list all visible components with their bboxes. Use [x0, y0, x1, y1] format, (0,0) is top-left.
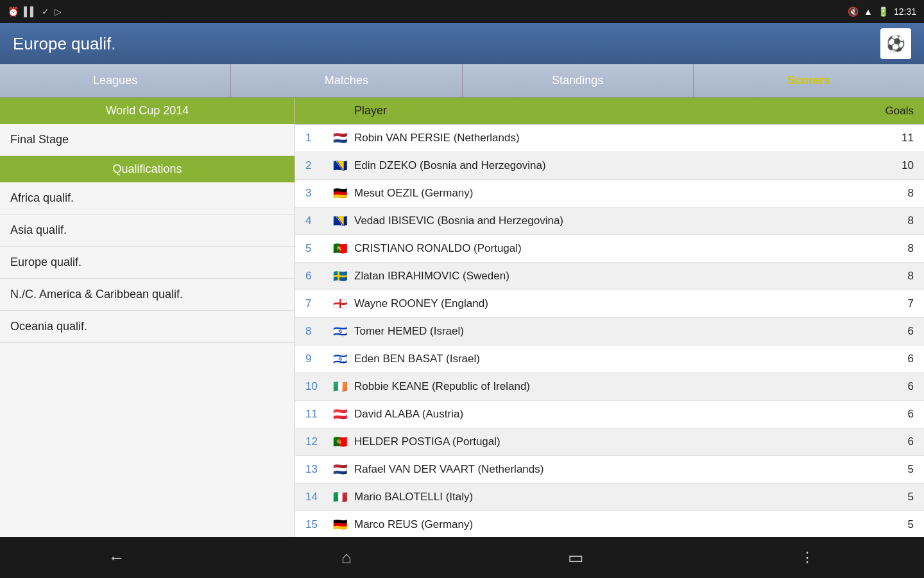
section-header-qualifications: Qualifications — [0, 156, 295, 182]
recent-button[interactable]: ▭ — [555, 543, 597, 573]
goals-cell: 5 — [875, 518, 914, 531]
goals-cell: 8 — [875, 215, 914, 227]
flag-icon: 🇮🇱 — [329, 352, 352, 366]
battery-icon: 🔋 — [878, 6, 889, 17]
table-row[interactable]: 15 🇩🇪 Marco REUS (Germany) 5 — [295, 511, 924, 537]
flag-icon: 🇦🇹 — [329, 407, 352, 421]
goals-cell: 6 — [875, 325, 914, 338]
home-button[interactable]: ⌂ — [329, 543, 364, 573]
flag-icon: 🇵🇹 — [329, 435, 352, 449]
rank-cell: 8 — [305, 325, 329, 338]
section-header-worldcup: World Cup 2014 — [0, 98, 295, 124]
flag-icon: 🇸🇪 — [329, 269, 352, 283]
flag-icon: 🏴󠁧󠁢󠁥󠁮󠁧󠁿 — [329, 297, 352, 311]
table-row[interactable]: 9 🇮🇱 Eden BEN BASAT (Israel) 6 — [295, 346, 924, 373]
flag-icon: 🇧🇦 — [329, 159, 352, 173]
tab-leagues[interactable]: Leagues — [0, 64, 231, 97]
rank-cell: 15 — [305, 518, 329, 531]
flag-icon: 🇮🇹 — [329, 490, 352, 504]
rank-cell: 10 — [305, 380, 329, 393]
flag-icon: 🇳🇱 — [329, 131, 352, 145]
logo-icon: ⚽ — [886, 35, 905, 53]
goals-cell: 6 — [875, 435, 914, 448]
goals-cell: 6 — [875, 380, 914, 393]
rank-cell: 1 — [305, 132, 329, 144]
table-row[interactable]: 4 🇧🇦 Vedad IBISEVIC (Bosnia and Herzegov… — [295, 207, 924, 235]
play-icon: ▷ — [55, 6, 62, 17]
status-bar: ⏰ ▌▌ ✓ ▷ 🔇 ▲ 🔋 12:31 — [0, 0, 924, 23]
sidebar-item-asia[interactable]: Asia qualif. — [0, 215, 295, 247]
goals-cell: 6 — [875, 408, 914, 421]
rank-cell: 6 — [305, 270, 329, 283]
player-name: Rafael VAN DER VAART (Netherlands) — [352, 463, 875, 476]
sidebar-item-africa[interactable]: Africa qualif. — [0, 182, 295, 215]
table-row[interactable]: 14 🇮🇹 Mario BALOTELLI (Italy) 5 — [295, 484, 924, 511]
goals-cell: 5 — [875, 463, 914, 476]
table-row[interactable]: 6 🇸🇪 Zlatan IBRAHIMOVIC (Sweden) 8 — [295, 263, 924, 290]
rank-cell: 4 — [305, 215, 329, 227]
player-name: Robin VAN PERSIE (Netherlands) — [352, 132, 875, 144]
goals-cell: 5 — [875, 491, 914, 504]
goals-cell: 7 — [875, 297, 914, 310]
goals-cell: 8 — [875, 187, 914, 200]
main-content: World Cup 2014 Final Stage Qualification… — [0, 98, 924, 537]
rank-cell: 11 — [305, 408, 329, 421]
alarm-icon: ⏰ — [8, 6, 19, 17]
player-name: Edin DZEKO (Bosnia and Herzegovina) — [352, 159, 875, 172]
table-row[interactable]: 12 🇵🇹 HELDER POSTIGA (Portugal) 6 — [295, 428, 924, 456]
rank-cell: 5 — [305, 242, 329, 255]
sidebar-item-final-stage[interactable]: Final Stage — [0, 124, 295, 156]
mute-icon: 🔇 — [848, 6, 859, 17]
sidebar-item-europe[interactable]: Europe qualif. — [0, 247, 295, 279]
table-row[interactable]: 11 🇦🇹 David ALABA (Austria) 6 — [295, 401, 924, 428]
player-name: Tomer HEMED (Israel) — [352, 325, 875, 338]
table-row[interactable]: 8 🇮🇱 Tomer HEMED (Israel) 6 — [295, 318, 924, 346]
bars-icon: ▌▌ — [24, 6, 37, 17]
column-goals-header: Goals — [862, 105, 914, 118]
goals-cell: 10 — [875, 159, 914, 172]
player-name: Mario BALOTELLI (Italy) — [352, 491, 875, 504]
flag-icon: 🇮🇱 — [329, 324, 352, 338]
flag-icon: 🇵🇹 — [329, 241, 352, 256]
player-name: Mesut OEZIL (Germany) — [352, 187, 875, 200]
table-row[interactable]: 3 🇩🇪 Mesut OEZIL (Germany) 8 — [295, 180, 924, 207]
table-row[interactable]: 10 🇮🇪 Robbie KEANE (Republic of Ireland)… — [295, 373, 924, 401]
flag-icon: 🇧🇦 — [329, 214, 352, 228]
tab-scorers[interactable]: Scorers — [694, 64, 924, 97]
rank-cell: 13 — [305, 463, 329, 476]
player-name: Zlatan IBRAHIMOVIC (Sweden) — [352, 270, 875, 283]
flag-icon: 🇩🇪 — [329, 518, 352, 532]
table-row[interactable]: 13 🇳🇱 Rafael VAN DER VAART (Netherlands)… — [295, 456, 924, 484]
scorers-panel: Player Goals 1 🇳🇱 Robin VAN PERSIE (Neth… — [295, 98, 924, 537]
goals-cell: 8 — [875, 270, 914, 283]
scorers-list: 1 🇳🇱 Robin VAN PERSIE (Netherlands) 11 2… — [295, 125, 924, 537]
goals-cell: 6 — [875, 353, 914, 365]
sidebar-item-ncamerica[interactable]: N./C. America & Caribbean qualif. — [0, 279, 295, 311]
rank-cell: 14 — [305, 491, 329, 504]
tab-standings[interactable]: Standings — [463, 64, 694, 97]
flag-icon: 🇳🇱 — [329, 462, 352, 477]
status-right-icons: 🔇 ▲ 🔋 12:31 — [848, 6, 916, 17]
back-button[interactable]: ← — [96, 543, 138, 573]
flag-icon: 🇮🇪 — [329, 380, 352, 394]
wifi-icon: ▲ — [864, 6, 873, 17]
player-name: HELDER POSTIGA (Portugal) — [352, 435, 875, 448]
flag-icon: 🇩🇪 — [329, 186, 352, 200]
sidebar: World Cup 2014 Final Stage Qualification… — [0, 98, 295, 537]
table-row[interactable]: 1 🇳🇱 Robin VAN PERSIE (Netherlands) 11 — [295, 125, 924, 152]
tab-matches[interactable]: Matches — [231, 64, 462, 97]
more-button[interactable]: ⋮ — [787, 544, 828, 571]
player-name: Robbie KEANE (Republic of Ireland) — [352, 380, 875, 393]
app-logo: ⚽ — [880, 28, 911, 59]
goals-cell: 11 — [875, 132, 914, 144]
player-name: David ALABA (Austria) — [352, 408, 875, 421]
table-row[interactable]: 7 🏴󠁧󠁢󠁥󠁮󠁧󠁿 Wayne ROONEY (England) 7 — [295, 290, 924, 318]
player-name: Wayne ROONEY (England) — [352, 297, 875, 310]
rank-cell: 12 — [305, 435, 329, 448]
player-name: Eden BEN BASAT (Israel) — [352, 353, 875, 365]
table-row[interactable]: 5 🇵🇹 CRISTIANO RONALDO (Portugal) 8 — [295, 235, 924, 263]
sidebar-item-oceania[interactable]: Oceania qualif. — [0, 311, 295, 343]
player-name: Vedad IBISEVIC (Bosnia and Herzegovina) — [352, 215, 875, 227]
column-player-header: Player — [352, 104, 862, 118]
table-row[interactable]: 2 🇧🇦 Edin DZEKO (Bosnia and Herzegovina)… — [295, 152, 924, 180]
